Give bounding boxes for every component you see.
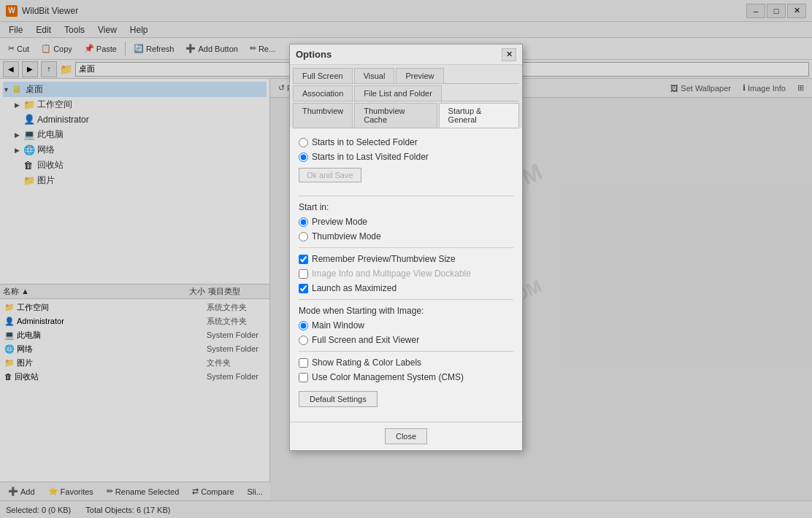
checkbox-show-rating[interactable]	[299, 358, 308, 368]
radio-fullscreen-exit: Full Screen and Exit Viewer	[299, 335, 513, 345]
check-use-cms-label: Use Color Management System (CMS)	[312, 372, 464, 382]
checkbox-remember-preview[interactable]	[299, 255, 308, 264]
mode-starting-group: Main Window Full Screen and Exit Viewer	[299, 320, 513, 345]
radio-fullscreen-exit-label: Full Screen and Exit Viewer	[312, 335, 419, 345]
radio-thumbview-mode: Thumbview Mode	[299, 231, 513, 241]
modal-footer: Close	[290, 422, 522, 450]
tab-association[interactable]: Association	[293, 85, 353, 101]
check-launch-maximized-label: Launch as Maximized	[312, 283, 397, 293]
radio-main-window: Main Window	[299, 320, 513, 330]
check-launch-maximized: Launch as Maximized	[299, 283, 513, 293]
start-in-label: Start in:	[299, 202, 513, 212]
tabs-row-1: Full Screen Visual Preview	[290, 65, 522, 83]
modal-close-footer-button[interactable]: Close	[385, 428, 427, 444]
radio-last-visited-label: Starts in to Last Visited Folder	[312, 152, 429, 162]
tab-thumbview[interactable]: Thumbview	[293, 103, 353, 128]
check-show-rating-label: Show Rating & Color Labels	[312, 357, 421, 368]
radio-thumbview-mode-label: Thumbview Mode	[312, 231, 381, 241]
radio-main-window-label: Main Window	[312, 320, 364, 330]
modal-content: Starts in to Selected Folder Starts in t…	[290, 128, 522, 416]
radio-preview-mode: Preview Mode	[299, 217, 513, 227]
divider-3	[299, 299, 513, 300]
radio-last-visited-input[interactable]	[299, 152, 308, 162]
tab-preview[interactable]: Preview	[396, 68, 443, 83]
tab-visual[interactable]: Visual	[354, 68, 395, 83]
check-remember-preview-label: Remember Preview/Thumbview Size	[312, 254, 456, 264]
radio-preview-mode-input[interactable]	[299, 217, 308, 227]
modal-overlay: Options ✕ Full Screen Visual Preview Ass…	[0, 0, 812, 518]
start-in-mode-group: Preview Mode Thumbview Mode	[299, 217, 513, 241]
radio-selected-folder-input[interactable]	[299, 138, 308, 147]
check-image-info-dockable-label: Image Info and Multipage View Dockable	[312, 268, 471, 279]
default-settings-button[interactable]: Default Settings	[299, 391, 378, 407]
radio-selected-folder-label: Starts in to Selected Folder	[312, 137, 418, 147]
check-use-cms: Use Color Management System (CMS)	[299, 372, 513, 382]
radio-thumbview-mode-input[interactable]	[299, 232, 308, 241]
radio-main-window-input[interactable]	[299, 321, 308, 330]
tabs-row-2: Association File List and Folder	[290, 84, 522, 101]
tab-filelist[interactable]: File List and Folder	[354, 85, 442, 101]
startup-folder-group: Starts in to Selected Folder Starts in t…	[299, 137, 513, 162]
checkbox-use-cms[interactable]	[299, 373, 308, 382]
radio-fullscreen-exit-input[interactable]	[299, 336, 308, 345]
checkbox-image-info-dockable[interactable]	[299, 269, 308, 279]
checkbox-launch-maximized[interactable]	[299, 284, 308, 293]
mode-starting-label: Mode when Starting with Image:	[299, 306, 513, 316]
radio-last-visited: Starts in to Last Visited Folder	[299, 152, 513, 162]
modal-title: Options	[296, 49, 332, 60]
check-image-info-dockable: Image Info and Multipage View Dockable	[299, 268, 513, 279]
modal-close-button[interactable]: ✕	[502, 48, 516, 61]
modal-title-bar: Options ✕	[290, 45, 522, 65]
check-show-rating: Show Rating & Color Labels	[299, 357, 513, 368]
tabs-row-3: Thumbview Thumbview Cache Startup & Gene…	[290, 101, 522, 128]
divider-1	[299, 196, 513, 196]
tab-startup-general[interactable]: Startup & General	[439, 103, 519, 128]
tab-thumbview-cache[interactable]: Thumbview Cache	[354, 103, 437, 128]
radio-selected-folder: Starts in to Selected Folder	[299, 137, 513, 147]
ok-save-button[interactable]: Ok and Save	[299, 168, 361, 182]
divider-2	[299, 247, 513, 248]
radio-preview-mode-label: Preview Mode	[312, 217, 367, 227]
divider-4	[299, 351, 513, 352]
options-dialog: Options ✕ Full Screen Visual Preview Ass…	[289, 44, 523, 451]
tab-fullscreen[interactable]: Full Screen	[293, 68, 353, 83]
check-remember-preview: Remember Preview/Thumbview Size	[299, 254, 513, 264]
